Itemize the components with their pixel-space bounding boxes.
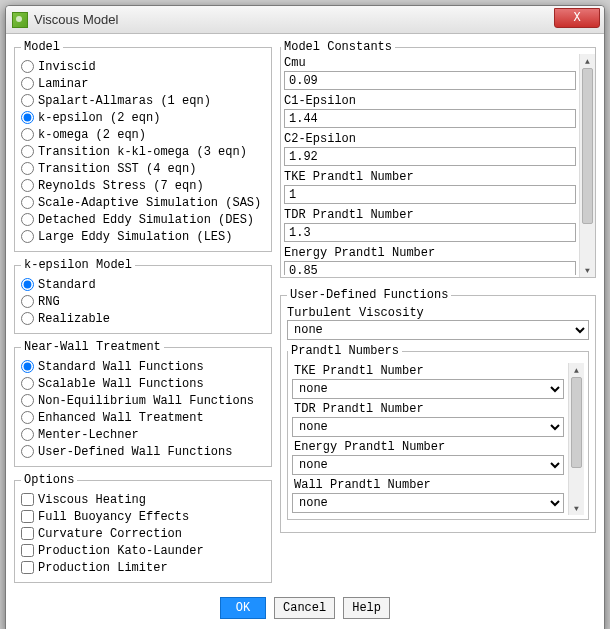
energy-input[interactable]: [284, 261, 576, 275]
opt-full-buoyancy[interactable]: Full Buoyancy Effects: [21, 508, 265, 525]
prandtl-group: Prandtl Numbers TKE Prandtl Number none …: [287, 344, 589, 520]
energy-label: Energy Prandtl Number: [281, 244, 579, 261]
c2e-input[interactable]: [284, 147, 576, 166]
viscous-model-dialog: Viscous Model X Model Inviscid Laminar S…: [5, 5, 605, 629]
opt-curvature[interactable]: Curvature Correction: [21, 525, 265, 542]
scroll-down-icon[interactable]: ▼: [580, 263, 595, 277]
udf-tke-label: TKE Prandtl Number: [294, 364, 564, 378]
udf-tv-label: Turbulent Viscosity: [287, 306, 589, 320]
scroll-thumb[interactable]: [571, 377, 582, 468]
udf-tv-select[interactable]: none: [287, 320, 589, 340]
c1e-label: C1-Epsilon: [281, 92, 579, 109]
udf-energy-select[interactable]: none: [292, 455, 564, 475]
model-tsst[interactable]: Transition SST (4 eqn): [21, 160, 265, 177]
options-group: Options Viscous Heating Full Buoyancy Ef…: [14, 473, 272, 583]
options-legend: Options: [21, 473, 77, 487]
tdr-label: TDR Prandtl Number: [281, 206, 579, 223]
nwt-ml[interactable]: Menter-Lechner: [21, 426, 265, 443]
scroll-thumb[interactable]: [582, 68, 593, 224]
nwt-legend: Near-Wall Treatment: [21, 340, 164, 354]
udf-tdr-select[interactable]: none: [292, 417, 564, 437]
dialog-buttons: OK Cancel Help: [14, 589, 596, 623]
udf-wall-label: Wall Prandtl Number: [294, 478, 564, 492]
constants-legend: Model Constants: [281, 40, 395, 54]
nwt-ewt[interactable]: Enhanced Wall Treatment: [21, 409, 265, 426]
scroll-down-icon[interactable]: ▼: [569, 501, 584, 515]
tke-input[interactable]: [284, 185, 576, 204]
udf-legend: User-Defined Functions: [287, 288, 451, 302]
model-legend: Model: [21, 40, 63, 54]
model-komega[interactable]: k-omega (2 eqn): [21, 126, 265, 143]
udf-group: User-Defined Functions Turbulent Viscosi…: [280, 288, 596, 533]
opt-prod-limiter[interactable]: Production Limiter: [21, 559, 265, 576]
close-icon: X: [573, 11, 580, 25]
nwt-scalable[interactable]: Scalable Wall Functions: [21, 375, 265, 392]
model-des[interactable]: Detached Eddy Simulation (DES): [21, 211, 265, 228]
cancel-button[interactable]: Cancel: [274, 597, 335, 619]
opt-viscous-heating[interactable]: Viscous Heating: [21, 491, 265, 508]
model-sas[interactable]: Scale-Adaptive Simulation (SAS): [21, 194, 265, 211]
tdr-input[interactable]: [284, 223, 576, 242]
prandtl-legend: Prandtl Numbers: [288, 344, 402, 358]
keps-group: k-epsilon Model Standard RNG Realizable: [14, 258, 272, 334]
udf-wall-select[interactable]: none: [292, 493, 564, 513]
model-tklo[interactable]: Transition k-kl-omega (3 eqn): [21, 143, 265, 160]
model-group: Model Inviscid Laminar Spalart-Allmaras …: [14, 40, 272, 252]
constants-scrollbar[interactable]: ▲ ▼: [579, 54, 595, 277]
keps-rng[interactable]: RNG: [21, 293, 265, 310]
nwt-group: Near-Wall Treatment Standard Wall Functi…: [14, 340, 272, 467]
ok-button[interactable]: OK: [220, 597, 266, 619]
help-button[interactable]: Help: [343, 597, 390, 619]
model-kepsilon[interactable]: k-epsilon (2 eqn): [21, 109, 265, 126]
close-button[interactable]: X: [554, 8, 600, 28]
keps-legend: k-epsilon Model: [21, 258, 135, 272]
cmu-input[interactable]: [284, 71, 576, 90]
c2e-label: C2-Epsilon: [281, 130, 579, 147]
keps-standard[interactable]: Standard: [21, 276, 265, 293]
model-spalart[interactable]: Spalart-Allmaras (1 eqn): [21, 92, 265, 109]
scroll-up-icon[interactable]: ▲: [580, 54, 595, 68]
scroll-up-icon[interactable]: ▲: [569, 363, 584, 377]
model-reynolds[interactable]: Reynolds Stress (7 eqn): [21, 177, 265, 194]
udf-energy-label: Energy Prandtl Number: [294, 440, 564, 454]
tke-label: TKE Prandtl Number: [281, 168, 579, 185]
opt-kato-launder[interactable]: Production Kato-Launder: [21, 542, 265, 559]
model-laminar[interactable]: Laminar: [21, 75, 265, 92]
udf-tke-select[interactable]: none: [292, 379, 564, 399]
udf-tdr-label: TDR Prandtl Number: [294, 402, 564, 416]
keps-realizable[interactable]: Realizable: [21, 310, 265, 327]
model-inviscid[interactable]: Inviscid: [21, 58, 265, 75]
nwt-udwf[interactable]: User-Defined Wall Functions: [21, 443, 265, 460]
constants-group: Model Constants Cmu C1-Epsilon C2-Epsilo…: [280, 40, 596, 278]
prandtl-scrollbar[interactable]: ▲ ▼: [568, 363, 584, 515]
window-title: Viscous Model: [34, 12, 554, 27]
titlebar[interactable]: Viscous Model X: [6, 6, 604, 34]
model-les[interactable]: Large Eddy Simulation (LES): [21, 228, 265, 245]
nwt-swf[interactable]: Standard Wall Functions: [21, 358, 265, 375]
app-icon: [12, 12, 28, 28]
cmu-label: Cmu: [281, 54, 579, 71]
nwt-neq[interactable]: Non-Equilibrium Wall Functions: [21, 392, 265, 409]
c1e-input[interactable]: [284, 109, 576, 128]
